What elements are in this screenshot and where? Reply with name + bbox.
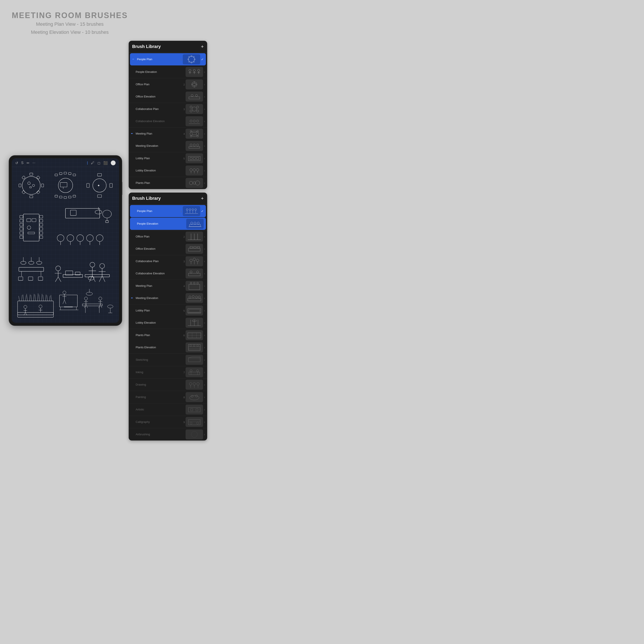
svg-rect-28 — [87, 183, 89, 188]
svg-rect-239 — [188, 273, 200, 276]
brush-item-meeting-plan-2[interactable]: ✒ Meeting Plan 4 › — [129, 280, 207, 292]
brush-item-plants-elev-2[interactable]: ✒ Plants Elevation — [129, 341, 207, 354]
brush-arrow-icon: ✒ — [131, 70, 134, 73]
brush-item-lobby-elev-2[interactable]: ✒ Lobby Elevation — [129, 317, 207, 329]
brush-name: Meeting Plan — [136, 132, 182, 135]
brush-item-lobby-plan-2[interactable]: ✒ Lobby Plan 5 › — [129, 304, 207, 317]
brush-item-collab-elev-1[interactable]: ✒ Collaborative Elevation › — [129, 115, 207, 127]
group-num: 3 — [182, 260, 185, 263]
svg-point-161 — [189, 69, 191, 72]
group-num: 9 — [182, 420, 185, 424]
brush-arrow-icon: ✒ — [131, 83, 134, 86]
brush-item-people-elev-1[interactable]: ✒ People Elevation — [129, 66, 207, 78]
more-icon[interactable]: ✏ — [27, 161, 29, 165]
svg-point-206 — [196, 169, 199, 171]
brush-item-people-plan-1[interactable]: ✒ People Plan 1 — [130, 53, 206, 65]
brush-item-collab-plan-1[interactable]: ✒ Collaborative Plan 3 — [129, 103, 207, 115]
svg-point-240 — [190, 271, 192, 273]
color-picker[interactable] — [111, 161, 116, 165]
brush-item-office-elev-2[interactable]: ✒ Office Elevation › — [129, 243, 207, 255]
check-icon: › — [204, 371, 205, 374]
svg-text:✦: ✦ — [97, 184, 100, 187]
brush-name: Lobby Plan — [136, 157, 182, 160]
layers-icon[interactable]: ⬛ — [103, 161, 108, 165]
redo-icon[interactable]: S — [21, 161, 24, 165]
side-button — [122, 182, 122, 195]
check-icon: › — [204, 235, 205, 238]
svg-rect-33 — [20, 219, 23, 222]
svg-rect-273 — [189, 372, 200, 375]
brush-icon[interactable]: 🖊 — [91, 161, 94, 165]
svg-point-186 — [193, 120, 195, 122]
brush-group-2-6: ✒ Plants Plan 6 — [129, 329, 207, 354]
brush-item-drawing[interactable]: ✏ Drawing — [129, 379, 207, 391]
brush-preview — [186, 281, 203, 291]
brush-group-2-4: ✒ Meeting Plan 4 › — [129, 280, 207, 304]
brush-name: People Plan — [137, 58, 179, 61]
svg-line-81 — [58, 277, 61, 282]
brush-item-collab-plan-2[interactable]: ✒ Collaborative Plan 3 — [129, 255, 207, 267]
svg-rect-6 — [36, 176, 40, 179]
brush-item-people-plan-2[interactable]: ✒ People Plan 1 — [130, 205, 206, 217]
brush-item-lobby-plan-1[interactable]: ✒ Lobby Plan 5 › — [129, 152, 207, 164]
brush-item-people-elev-2[interactable]: ✒ People Elevation — [130, 218, 206, 230]
brush-item-office-elev-1[interactable]: ✒ Office Elevation › — [129, 91, 207, 103]
more-options-icon[interactable]: ··· — [32, 161, 35, 165]
brush-item-inking[interactable]: 💧 Inking 7 — [129, 366, 207, 378]
brush-item-plants-plan-2[interactable]: ✒ Plants Plan 6 — [129, 329, 207, 341]
svg-point-208 — [189, 181, 193, 185]
svg-rect-287 — [188, 408, 200, 412]
brush-item-calligraphy[interactable]: 𝒂 Calligraphy 9 › — [129, 416, 207, 428]
brush-group-1-1: ✒ People Plan 1 — [129, 53, 207, 78]
group-num: 8 — [182, 396, 185, 399]
brush-arrow-icon: 💧 — [131, 371, 134, 374]
brush-item-office-plan-2[interactable]: ✒ Office Plan 2 › — [129, 231, 207, 243]
add-brush-button-1[interactable]: + — [201, 44, 204, 50]
brush-name: Collaborative Elevation — [136, 120, 185, 123]
brush-preview — [186, 178, 203, 188]
svg-line-100 — [23, 295, 24, 301]
brush-arrow-icon: ✒ — [131, 95, 134, 98]
svg-line-114 — [51, 295, 51, 301]
brush-item-sketching[interactable]: △ Sketching › — [129, 354, 207, 366]
brush-item-painting[interactable]: 🎨 Painting 8 › — [129, 391, 207, 403]
toolbar-left: ↺ S ✏ ··· — [15, 161, 35, 165]
furniture-hanging-light — [15, 253, 48, 286]
brush-preview — [186, 129, 203, 139]
brush-item-meeting-elev-2[interactable]: ✒ Meeting Elevation — [129, 292, 207, 304]
brush-item-lobby-elev-1[interactable]: ✒ Lobby Elevation — [129, 164, 207, 177]
brush-item-office-plan-1[interactable]: ✒ Office Plan 2 — [129, 78, 207, 91]
brush-name: Artistic — [136, 408, 185, 411]
svg-point-179 — [192, 107, 196, 111]
svg-rect-45 — [32, 219, 36, 222]
brush-list-1: ✒ People Plan 1 — [129, 53, 207, 189]
check-icon: › — [204, 181, 205, 185]
svg-rect-253 — [189, 309, 200, 312]
check-icon: › — [204, 395, 205, 399]
eraser-icon[interactable]: ◻ — [97, 161, 100, 165]
subtitle-2: Meeting Elevation View - 10 brushes — [7, 28, 133, 36]
pen-icon[interactable]: | — [87, 161, 88, 165]
svg-point-156 — [194, 59, 195, 60]
svg-line-102 — [27, 294, 28, 301]
svg-point-214 — [189, 209, 191, 210]
svg-rect-189 — [192, 133, 196, 135]
svg-rect-43 — [40, 236, 43, 238]
svg-line-109 — [41, 294, 42, 301]
svg-rect-7 — [22, 190, 25, 194]
brush-item-collab-elev-2[interactable]: ✒ Collaborative Elevation › — [129, 267, 207, 280]
brush-item-plants-plan-1[interactable]: ✒ Plants Plan › — [129, 177, 207, 189]
brush-preview — [186, 244, 203, 254]
brush-item-meeting-elev-1[interactable]: ✒ Meeting Elevation › — [129, 140, 207, 152]
undo-icon[interactable]: ↺ — [15, 161, 18, 165]
brush-list-2: ✒ People Plan 1 — [129, 205, 207, 441]
svg-line-112 — [47, 296, 48, 301]
brush-item-artistic[interactable]: 🌸 Artistic › — [129, 403, 207, 416]
subtitle-1: Meeting Plan View - 15 brushes — [7, 20, 133, 28]
brush-item-meeting-plan-1[interactable]: ✒ Meeting Plan 4 — [129, 128, 207, 140]
brush-preview — [186, 153, 203, 163]
add-brush-button-2[interactable]: + — [201, 196, 204, 201]
svg-point-164 — [193, 69, 195, 72]
svg-rect-39 — [40, 219, 43, 222]
brush-item-airbrushing[interactable]: ✒ Airbrushing › — [129, 428, 207, 441]
